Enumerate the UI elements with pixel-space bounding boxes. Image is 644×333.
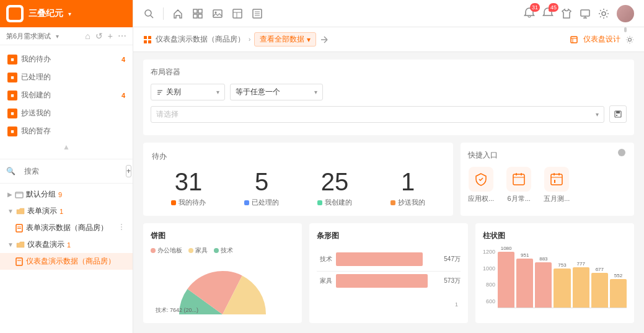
todo-text-3: 抄送我的 (398, 198, 425, 207)
todo-dot-2 (317, 200, 322, 205)
sidebar-item-draft[interactable]: ■ 我的暂存 (0, 122, 133, 140)
field-select[interactable]: 关别 ▾ (151, 84, 225, 100)
svg-rect-7 (16, 258, 22, 265)
topbar-home-icon[interactable] (172, 8, 183, 19)
todo-num-3: 1 (401, 169, 415, 194)
topbar-shirt-icon[interactable] (561, 8, 572, 19)
svg-point-6 (121, 229, 122, 230)
sidebar-item-processed[interactable]: ■ 已处理的 (0, 68, 133, 86)
todo-card-title: 待办 (152, 151, 444, 162)
field-label: 关别 (166, 87, 181, 97)
svg-rect-46 (616, 115, 617, 116)
expand-icon: ▶ (7, 191, 12, 198)
topbar-grid-icon[interactable] (192, 8, 203, 19)
filter-action-button[interactable] (609, 105, 627, 123)
middle-row: 待办 31 我的待办 5 已处理的 (143, 143, 634, 216)
quick-item-1[interactable]: 6月常... (506, 167, 531, 203)
tree-item-default-group[interactable]: ▶ 默认分组 9 (0, 186, 133, 203)
operator-label: 等于任意一个 (236, 87, 280, 97)
nav-refresh-icon[interactable]: ↺ (95, 31, 103, 41)
filter-row1: 关别 ▾ 等于任意一个 ▾ (151, 84, 627, 100)
tree-item-form-demo[interactable]: ▼ 表单演示 1 (0, 203, 133, 220)
legend-item-1: 家具 (188, 246, 208, 255)
svg-rect-25 (581, 10, 589, 16)
topbar-list-icon[interactable] (252, 8, 263, 19)
app-title: 三叠纪元 (29, 8, 63, 19)
bar-v-bars: 1080 951 883 753 (498, 246, 627, 308)
bar-v-item-1: 951 (516, 252, 533, 308)
add-item-button[interactable]: + (126, 165, 131, 177)
bar-h-row-0: 技术 547万 (317, 252, 461, 266)
bar-h-val-1: 573万 (444, 277, 461, 285)
bar-v-item-0: 1080 (498, 246, 514, 308)
form-data-action[interactable] (118, 223, 125, 233)
app-logo (6, 5, 24, 22)
quick-item-2[interactable]: 五月测... (544, 167, 570, 203)
bar-v-val-4: 777 (576, 261, 584, 267)
tree-item-dashboard-demo[interactable]: ▼ 仪表盘演示 1 (0, 236, 133, 253)
svg-rect-15 (213, 10, 222, 17)
todo-text-0: 我的待办 (179, 198, 206, 207)
notification2-button[interactable]: 45 (542, 7, 554, 20)
svg-point-9 (145, 10, 151, 16)
tree-item-form-data[interactable]: 表单演示数据（商品房） (0, 220, 133, 236)
topbar-monitor-icon[interactable] (580, 8, 591, 19)
quick-item-0[interactable]: 应用权... (468, 167, 494, 203)
svg-rect-12 (198, 9, 202, 13)
user-avatar[interactable] (617, 5, 634, 22)
topbar-search-icon[interactable] (143, 8, 154, 19)
collapse-triangle-icon: ▲ (63, 143, 70, 151)
bar-v-bar-3 (554, 269, 570, 308)
bar-v-chart-title: 柱状图 (483, 231, 627, 241)
tab-dropdown-icon[interactable]: ▾ (56, 33, 59, 40)
nav-plus-icon[interactable]: + (108, 31, 113, 41)
topbar-table-icon[interactable] (232, 8, 243, 19)
tree-item-dashboard-data[interactable]: 仪表盘演示数据（商品房） (0, 253, 133, 270)
topbar-settings-icon[interactable] (598, 8, 609, 19)
form-demo-label: 表单演示 (27, 206, 57, 216)
svg-rect-40 (624, 27, 627, 32)
todo-numbers: 31 我的待办 5 已处理的 25 (152, 169, 444, 207)
quick-icon-2 (544, 167, 569, 192)
filter-card: 布局容器 关别 ▾ 等于任意一个 ▾ 请选择 ▾ (143, 60, 634, 135)
processed-icon: ■ (7, 73, 17, 82)
breadcrumb-expand-icon[interactable] (320, 35, 329, 44)
sidebar-item-cc[interactable]: ■ 抄送我的 (0, 104, 133, 122)
pie-chart-card: 饼图 办公地板 家具 技术 (143, 223, 302, 323)
topbar-image-icon[interactable] (212, 8, 223, 19)
value-input[interactable]: 请选择 ▾ (151, 106, 604, 123)
notification1-button[interactable]: 31 (524, 7, 535, 20)
group-icon (15, 190, 24, 199)
bar-h-val-0: 547万 (444, 255, 461, 264)
quick-entry-card: 快捷入口 应用权... 6月常... (461, 143, 634, 216)
pie-chart-legend: 办公地板 家具 技术 (151, 246, 294, 255)
breadcrumb-dashboard-icon (143, 35, 152, 44)
breadcrumb-current[interactable]: 查看全部数据 ▾ (254, 32, 316, 47)
sidebar-item-created[interactable]: ■ 我创建的 4 (0, 86, 133, 104)
bar-v-val-0: 1080 (501, 246, 512, 251)
nav-more-icon[interactable]: ⋯ (118, 31, 126, 41)
current-tab-label[interactable]: 第6月需求测试 (6, 32, 51, 41)
app-dropdown-icon[interactable]: ▾ (68, 11, 71, 17)
search-input[interactable] (19, 164, 122, 178)
bar-v-y-axis: 1200 1000 800 600 (483, 249, 498, 304)
form-demo-badge: 1 (60, 208, 63, 215)
quick-icon-1 (506, 167, 531, 192)
sidebar-item-my-todo[interactable]: ■ 我的待办 4 (0, 50, 133, 68)
nav-home-icon[interactable]: ⌂ (85, 31, 90, 41)
svg-rect-51 (551, 174, 562, 185)
quick-dot (618, 149, 625, 156)
design-btn-label[interactable]: 仪表盘设计 (583, 34, 620, 45)
topbar-nav: 第6月需求测试 ▾ ⌂ ↺ + ⋯ (0, 27, 133, 45)
bar-v-chart-card: 柱状图 1200 1000 800 600 1080 (475, 223, 634, 323)
main-area: 31 45 仪表盘演示数据（商品房） › 查看全部数据 ▾ (133, 0, 644, 333)
pie-chart-container: 技术: 7642 (20...) (151, 260, 294, 316)
sidebar-collapse-btn[interactable]: ▲ (0, 140, 133, 154)
design-icon (570, 35, 578, 44)
pie-label: 技术: 7642 (20...) (156, 306, 198, 314)
operator-select[interactable]: 等于任意一个 ▾ (230, 84, 323, 100)
quick-items: 应用权... 6月常... 五月测... (468, 167, 627, 203)
todo-dot-1 (244, 200, 249, 205)
breadcrumb-item1[interactable]: 仪表盘演示数据（商品房） (156, 34, 245, 45)
bar-v-val-1: 951 (521, 252, 529, 258)
